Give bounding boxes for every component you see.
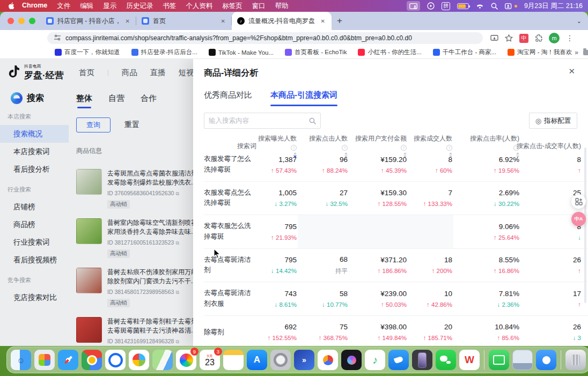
dock-meeting[interactable]: [535, 349, 557, 371]
dock-qq-browser[interactable]: [105, 349, 126, 371]
dock-settings[interactable]: [270, 349, 291, 371]
bookmark-2[interactable]: TikTok - Make You...: [209, 48, 274, 56]
bookmark-3[interactable]: 首页看板 - EchoTik: [285, 48, 347, 56]
menu-item-2[interactable]: 编辑: [75, 2, 98, 11]
dock-photos[interactable]: 9: [175, 349, 197, 371]
bookmark-4[interactable]: 小红书 - 你的生活...: [358, 48, 421, 56]
column-header-2[interactable]: 搜索点击人数: [298, 134, 349, 158]
dock-chrome[interactable]: [81, 349, 102, 371]
dock-messages[interactable]: [488, 349, 510, 371]
battery-icon[interactable]: [457, 3, 469, 9]
info-icon[interactable]: [446, 145, 452, 151]
spotlight-search-icon[interactable]: [491, 1, 498, 11]
site-settings-icon[interactable]: [54, 33, 61, 43]
menu-item-8[interactable]: 窗口: [247, 2, 270, 11]
dock-launchpad[interactable]: [34, 349, 55, 371]
bookmark-6[interactable]: 淘宝网 - 淘！我喜欢: [508, 48, 572, 56]
extensions-puzzle-icon[interactable]: [535, 34, 542, 42]
table-row-4[interactable]: 去霉点霉斑清洁剂衣服743↓ 8.61%58↓ 10.77%¥239.00↑ 5…: [204, 282, 588, 316]
info-icon[interactable]: [342, 145, 348, 151]
dock-qq-music[interactable]: ♪: [364, 349, 386, 371]
column-header-5[interactable]: 搜索点击率(人数): [453, 134, 520, 158]
menu-item-7[interactable]: 标签页: [217, 2, 247, 11]
play-circle-icon[interactable]: [427, 1, 435, 11]
column-header-4[interactable]: 搜索成交人数: [408, 134, 453, 158]
wifi-icon[interactable]: [476, 1, 484, 11]
column-header-3[interactable]: 搜索用户支付金额: [349, 134, 408, 158]
info-icon[interactable]: [513, 145, 519, 151]
install-app-icon[interactable]: [490, 35, 498, 42]
user-switch-icon[interactable]: [505, 1, 517, 11]
drawer-scrollbar[interactable]: [584, 148, 586, 303]
minimize-window-button[interactable]: [18, 18, 25, 24]
dock-window[interactable]: [512, 349, 533, 371]
dock-safari[interactable]: [57, 349, 79, 371]
dock-trash[interactable]: [565, 349, 586, 371]
table-row-2[interactable]: 发霉衣服怎么洗掉霉斑795↑ 21.93%9.06%↑ 25.64%8↓: [204, 215, 588, 249]
menu-item-3[interactable]: 显示: [98, 2, 121, 11]
dock-iphone[interactable]: [411, 349, 433, 371]
dock-dingtalk[interactable]: [388, 349, 409, 371]
keyword-search-box[interactable]: [204, 113, 321, 129]
keyword-search-input[interactable]: [204, 117, 309, 124]
browser-tab-0[interactable]: 抖店官网 - 抖音小店，抖音电...✕: [41, 12, 136, 30]
snapshot-float-button[interactable]: [571, 194, 586, 209]
column-header-1[interactable]: 搜索曝光人数: [258, 134, 298, 158]
translate-extension-icon[interactable]: 中: [519, 34, 528, 43]
table-row-3[interactable]: 去霉点霉斑清洁剂795↓ 14.42%68持平¥371.20↑ 186.86%1…: [204, 249, 588, 283]
chrome-menu-icon[interactable]: ⋮: [566, 34, 574, 42]
info-icon[interactable]: [401, 145, 407, 151]
bookmark-1[interactable]: 抖店登录-抖店后台...: [131, 48, 197, 56]
close-window-button[interactable]: [8, 18, 14, 24]
new-tab-button[interactable]: +: [337, 16, 342, 26]
metric-cell: 96↑ 88.24%: [298, 156, 349, 174]
drawer-tab-0[interactable]: 优秀商品对比: [204, 90, 252, 100]
menu-item-1[interactable]: 文件: [52, 2, 75, 11]
bookmark-7[interactable]: AI大神: [583, 48, 588, 56]
screen-mirroring-icon[interactable]: [407, 1, 420, 11]
bookmark-star-icon[interactable]: [505, 34, 513, 42]
dock-calendar[interactable]: 9月233: [199, 349, 220, 371]
address-bar[interactable]: compass.jinritemai.com/shop/search/traff…: [47, 32, 483, 44]
input-method-icon[interactable]: 拼: [442, 2, 450, 10]
dock-wps[interactable]: W: [459, 349, 480, 371]
menu-item-9[interactable]: 帮助: [270, 2, 293, 11]
menu-item-4[interactable]: 历史记录: [121, 2, 158, 11]
dock-finder[interactable]: ☺: [10, 349, 32, 371]
cell-value: 17: [573, 290, 581, 298]
profile-avatar[interactable]: m: [549, 33, 560, 43]
column-header-6[interactable]: 搜索点击-成交率(人数): [520, 142, 582, 151]
browser-tab-1[interactable]: 首页✕: [136, 12, 232, 30]
dock-browser-360[interactable]: [128, 349, 150, 371]
search-icon[interactable]: [309, 117, 316, 124]
cell-value: 7.81%: [499, 290, 519, 298]
info-icon[interactable]: [291, 145, 297, 151]
translate-float-button[interactable]: 中A: [571, 212, 586, 226]
bookmarks-overflow-icon[interactable]: »: [575, 49, 578, 56]
dock-app-store[interactable]: A: [246, 349, 268, 371]
browser-tab-2[interactable]: ♪流量概况-抖音电商罗盘✕: [232, 12, 332, 30]
dock-maps[interactable]: [152, 349, 173, 371]
menu-item-0[interactable]: Chrome: [17, 2, 52, 11]
bookmark-5[interactable]: 千牛工作台 - 商家...: [433, 48, 496, 56]
drawer-tab-1[interactable]: 本商品-引流搜索词: [270, 90, 337, 100]
dock-lemon[interactable]: [317, 349, 339, 371]
tab-close-icon[interactable]: ✕: [220, 17, 226, 25]
tab-close-icon[interactable]: ✕: [124, 17, 131, 25]
metric-config-button[interactable]: ◎ 指标配置: [529, 113, 577, 129]
apple-logo-icon[interactable]: [5, 2, 17, 10]
table-row-5[interactable]: 除霉剂692↑ 152.55%75↑ 368.75%¥398.00↑ 149.8…: [204, 316, 588, 346]
menubar-clock[interactable]: 9月23日 周二 21:16: [524, 2, 583, 11]
menu-item-6[interactable]: 个人资料: [181, 2, 217, 11]
menu-item-5[interactable]: 书签: [158, 2, 181, 11]
table-row-1[interactable]: 衣服发霉点怎么洗掉霉斑1,005↓ 3.27%27↓ 32.5%¥159.30↑…: [204, 182, 588, 216]
tab-search-chevron-icon[interactable]: ⌄: [577, 18, 582, 25]
dock-notes[interactable]: [223, 349, 244, 371]
bookmark-0[interactable]: 百度一下，你就知道: [55, 48, 120, 56]
dock-xunlei[interactable]: »: [293, 349, 315, 371]
dock-capcut[interactable]: [341, 349, 362, 371]
tab-close-icon[interactable]: ✕: [320, 17, 326, 25]
dock-wechat[interactable]: [435, 349, 457, 371]
close-icon[interactable]: ✕: [568, 67, 575, 76]
zoom-window-button[interactable]: [29, 18, 35, 24]
